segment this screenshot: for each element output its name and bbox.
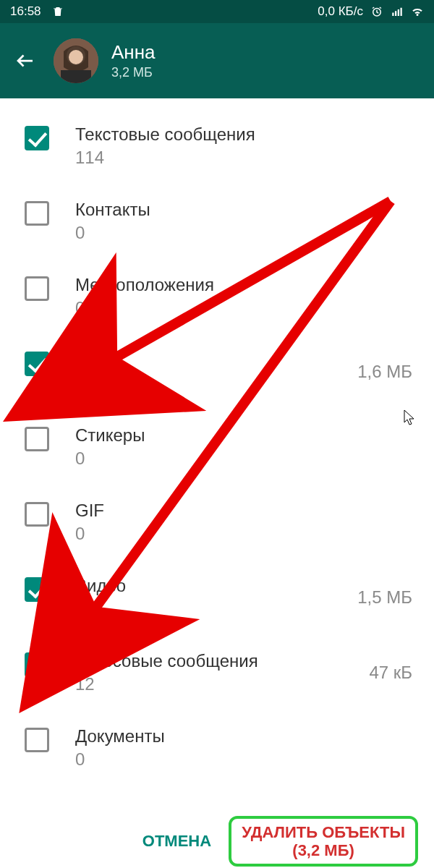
trash-icon bbox=[51, 5, 64, 18]
item-count: 0 bbox=[75, 223, 412, 243]
checkbox[interactable] bbox=[25, 728, 49, 752]
item-count: 0 bbox=[75, 448, 412, 469]
item-label: Текстовые сообщения bbox=[75, 124, 412, 145]
back-button[interactable] bbox=[13, 48, 38, 73]
item-label: Фото bbox=[75, 350, 357, 370]
item-count: 0 bbox=[75, 524, 412, 544]
item-label: Местоположения bbox=[75, 275, 412, 295]
item-label: GIF bbox=[75, 501, 412, 521]
item-label: Стикеры bbox=[75, 425, 412, 446]
item-label: Контакты bbox=[75, 200, 412, 220]
item-size: 47 кБ bbox=[369, 663, 412, 683]
svg-rect-3 bbox=[398, 9, 399, 16]
checkbox[interactable] bbox=[25, 126, 49, 150]
list-item[interactable]: Местоположения0 bbox=[0, 259, 434, 334]
signal-icon bbox=[391, 5, 404, 18]
item-count: 114 bbox=[75, 148, 412, 168]
cancel-button[interactable]: ОТМЕНА bbox=[132, 825, 221, 858]
item-label: Голосовые сообщения bbox=[75, 651, 369, 671]
checkbox[interactable] bbox=[25, 201, 49, 226]
item-label: Документы bbox=[75, 726, 412, 746]
list-item[interactable]: Фото201,6 МБ bbox=[0, 334, 434, 409]
item-count: 12 bbox=[75, 674, 369, 694]
item-count: 20 bbox=[75, 373, 357, 393]
checkbox[interactable] bbox=[25, 502, 49, 527]
svg-rect-2 bbox=[395, 11, 396, 16]
wifi-icon bbox=[411, 5, 424, 18]
status-speed: 0,0 КБ/с bbox=[318, 4, 363, 19]
status-time: 16:58 bbox=[10, 4, 41, 19]
contact-name: Анна bbox=[111, 41, 156, 64]
svg-rect-1 bbox=[392, 13, 393, 17]
item-label: Видео bbox=[75, 576, 357, 596]
list-item[interactable]: Документы0 bbox=[0, 710, 434, 786]
cursor-icon bbox=[404, 409, 417, 430]
app-bar: Анна 3,2 МБ bbox=[0, 23, 434, 98]
list-item[interactable]: GIF0 bbox=[0, 485, 434, 560]
checkbox[interactable] bbox=[25, 652, 49, 677]
delete-line1: УДАЛИТЬ ОБЪЕКТЫ bbox=[242, 823, 405, 841]
list-item[interactable]: Видео41,5 МБ bbox=[0, 560, 434, 635]
contact-size: 3,2 МБ bbox=[111, 65, 156, 80]
item-count: 0 bbox=[75, 749, 412, 770]
list-item[interactable]: Текстовые сообщения114 bbox=[0, 109, 434, 184]
category-list: Текстовые сообщения114 Контакты0 Местопо… bbox=[0, 98, 434, 786]
delete-button[interactable]: УДАЛИТЬ ОБЪЕКТЫ (3,2 МБ) bbox=[229, 816, 418, 867]
alarm-icon bbox=[370, 5, 383, 18]
list-item[interactable]: Голосовые сообщения1247 кБ bbox=[0, 635, 434, 710]
delete-line2: (3,2 МБ) bbox=[292, 841, 354, 859]
checkbox[interactable] bbox=[25, 352, 49, 376]
list-item[interactable]: Контакты0 bbox=[0, 184, 434, 259]
item-size: 1,6 МБ bbox=[357, 362, 412, 382]
item-size: 1,5 МБ bbox=[357, 587, 412, 608]
item-count: 0 bbox=[75, 298, 412, 318]
svg-rect-8 bbox=[61, 70, 91, 83]
android-status-bar: 16:58 0,0 КБ/с bbox=[0, 0, 434, 23]
avatar[interactable] bbox=[54, 38, 98, 83]
list-item[interactable]: Стикеры0 bbox=[0, 409, 434, 485]
svg-rect-4 bbox=[401, 8, 402, 16]
checkbox[interactable] bbox=[25, 276, 49, 301]
footer-bar: ОТМЕНА УДАЛИТЬ ОБЪЕКТЫ (3,2 МБ) bbox=[0, 814, 434, 868]
checkbox[interactable] bbox=[25, 577, 49, 602]
checkbox[interactable] bbox=[25, 427, 49, 451]
item-count: 4 bbox=[75, 599, 357, 619]
svg-point-7 bbox=[69, 50, 83, 64]
